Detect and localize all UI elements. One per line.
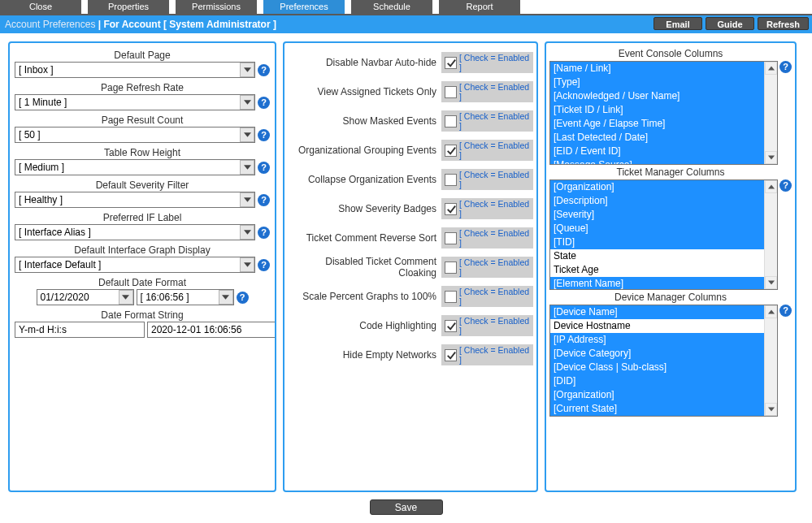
list-item[interactable]: [Device Category] [550, 347, 764, 361]
help-icon[interactable]: ? [258, 64, 270, 76]
select-time[interactable]: [ 16:06:56 ] [137, 289, 234, 305]
scroll-up-icon[interactable] [765, 62, 777, 75]
toggle-cell: [ Check = Enabled ] [441, 344, 533, 365]
label-date-format: Default Date Format [13, 277, 271, 288]
list-item[interactable]: [Message Source] [550, 158, 764, 165]
scroll-up-icon[interactable] [765, 305, 777, 318]
list-item[interactable]: [TID] [550, 236, 764, 249]
toggle-label: View Assigned Tickets Only [288, 86, 441, 97]
list-item[interactable]: [Acknowledged / User Name] [550, 89, 764, 103]
list-item[interactable]: [Current State] [550, 402, 764, 416]
chevron-down-icon [219, 290, 233, 305]
label-device-columns: Device Manager Columns [549, 292, 792, 303]
list-item[interactable]: [EID / Event ID] [550, 145, 764, 158]
toggle-cell: [ Check = Enabled ] [441, 286, 533, 307]
chevron-down-icon [240, 95, 254, 110]
toggle-checkbox[interactable] [445, 57, 457, 69]
toggle-cell: [ Check = Enabled ] [441, 257, 533, 278]
select-default-page[interactable]: [ Inbox ] [15, 62, 255, 78]
listbox-device-columns[interactable]: [Device Name]Device Hostname[IP Address]… [549, 305, 778, 417]
scroll-up-icon[interactable] [765, 180, 777, 193]
list-item[interactable]: [Last Detected / Date] [550, 131, 764, 145]
list-item[interactable]: [Type] [550, 76, 764, 89]
label-event-columns: Event Console Columns [549, 48, 792, 59]
refresh-button[interactable]: Refresh [758, 17, 809, 30]
format-string-input[interactable] [15, 322, 145, 338]
save-button[interactable]: Save [370, 499, 443, 515]
list-item[interactable]: [Organization] [550, 180, 764, 194]
scrollbar[interactable] [764, 180, 777, 289]
help-icon[interactable]: ? [258, 259, 270, 271]
list-item[interactable]: [Severity] [550, 208, 764, 222]
select-result-count[interactable]: [ 50 ] [15, 127, 255, 143]
panel-general: Default Page [ Inbox ] ? Page Refresh Ra… [8, 41, 276, 492]
help-icon[interactable]: ? [258, 97, 270, 109]
tab-schedule[interactable]: Schedule [351, 0, 432, 14]
tab-close[interactable]: Close [0, 0, 81, 14]
chevron-down-icon [240, 192, 254, 207]
listbox-event-columns[interactable]: [Name / Link][Type][Acknowledged / User … [549, 61, 778, 165]
list-item[interactable]: [Device Class | Sub-class] [550, 361, 764, 374]
chevron-down-icon [240, 160, 254, 175]
toggle-checkbox[interactable] [445, 320, 457, 332]
list-item[interactable]: [Description] [550, 194, 764, 208]
scrollbar[interactable] [764, 305, 777, 416]
select-refresh-rate[interactable]: [ 1 Minute ] [15, 94, 255, 110]
list-item[interactable]: Device Hostname [550, 319, 764, 333]
help-icon[interactable]: ? [779, 179, 792, 192]
select-date[interactable]: 01/12/2020 [37, 289, 134, 305]
list-item[interactable]: [Queue] [550, 222, 764, 236]
list-item[interactable]: [Organization] [550, 388, 764, 402]
tab-properties[interactable]: Properties [88, 0, 169, 14]
toggle-label: Scale Percent Graphs to 100% [288, 291, 441, 302]
list-item[interactable]: [IP Address] [550, 333, 764, 347]
list-item[interactable]: [DID] [550, 374, 764, 388]
tab-report[interactable]: Report [439, 0, 520, 14]
toggle-cell: [ Check = Enabled ] [441, 110, 533, 132]
help-icon[interactable]: ? [258, 162, 270, 174]
toggle-checkbox[interactable] [445, 115, 457, 128]
scroll-down-icon[interactable] [765, 276, 777, 289]
header-bar: Account Preferences | For Account [ Syst… [0, 15, 812, 33]
toggle-checkbox[interactable] [445, 349, 457, 361]
toggle-checkbox[interactable] [445, 145, 457, 157]
toggle-checkbox[interactable] [445, 232, 457, 244]
label-graph-display: Default Interface Graph Display [13, 244, 271, 256]
help-icon[interactable]: ? [779, 305, 792, 317]
help-icon[interactable]: ? [258, 227, 270, 239]
scroll-down-icon[interactable] [765, 151, 777, 164]
list-item[interactable]: [Device Name] [550, 305, 764, 319]
list-item[interactable]: [Element Name] [550, 277, 764, 290]
tab-preferences[interactable]: Preferences [263, 0, 345, 14]
chevron-down-icon [240, 128, 254, 142]
help-icon[interactable]: ? [258, 194, 270, 206]
guide-button[interactable]: Guide [706, 17, 754, 30]
email-button[interactable]: Email [654, 17, 702, 30]
toggle-checkbox[interactable] [445, 262, 457, 274]
list-item[interactable]: Ticket Age [550, 263, 764, 277]
select-severity-filter[interactable]: [ Healthy ] [15, 192, 255, 208]
scroll-down-icon[interactable] [765, 403, 777, 416]
scrollbar[interactable] [764, 62, 777, 164]
toggle-hint: [ Check = Enabled ] [459, 199, 533, 218]
list-item[interactable]: [Name / Link] [550, 62, 764, 76]
listbox-ticket-columns[interactable]: [Organization][Description][Severity][Qu… [549, 179, 778, 290]
help-icon[interactable]: ? [779, 61, 792, 73]
list-item[interactable]: [Event Age / Elapse Time] [550, 117, 764, 131]
select-graph-display[interactable]: [ Interface Default ] [15, 257, 255, 273]
label-default-page: Default Page [13, 50, 271, 61]
select-if-label[interactable]: [ Interface Alias ] [15, 224, 255, 240]
help-icon[interactable]: ? [258, 129, 270, 141]
list-item[interactable]: [Ticket ID / Link] [550, 103, 764, 117]
toggle-checkbox[interactable] [445, 174, 457, 186]
format-string-sample[interactable] [147, 322, 276, 338]
select-row-height[interactable]: [ Medium ] [15, 159, 255, 175]
list-item[interactable]: State [550, 249, 764, 263]
top-nav: Close Properties Permissions Preferences… [0, 0, 812, 15]
help-icon[interactable]: ? [237, 292, 249, 304]
tab-permissions[interactable]: Permissions [176, 0, 257, 14]
toggle-checkbox[interactable] [445, 86, 457, 98]
toggle-checkbox[interactable] [445, 203, 457, 215]
toggle-row: Show Masked Events[ Check = Enabled ] [288, 106, 533, 136]
toggle-checkbox[interactable] [445, 291, 457, 303]
